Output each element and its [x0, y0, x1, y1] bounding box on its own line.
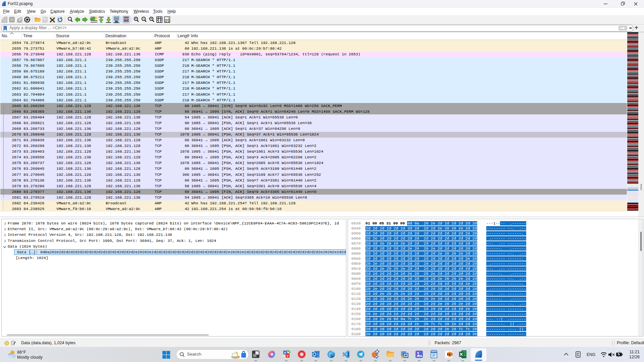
svg-text:−: −: [143, 17, 144, 20]
svg-text:ENG: ENG: [587, 352, 595, 357]
svg-text:1: 1: [168, 17, 169, 19]
svg-text:010: 010: [43, 20, 47, 22]
svg-text:D: D: [450, 352, 453, 356]
svg-text:=: =: [150, 17, 152, 20]
svg-text:2: 2: [165, 20, 166, 22]
svg-text:V: V: [287, 354, 289, 358]
svg-text:3: 3: [168, 20, 170, 22]
svg-text:+: +: [135, 17, 137, 20]
